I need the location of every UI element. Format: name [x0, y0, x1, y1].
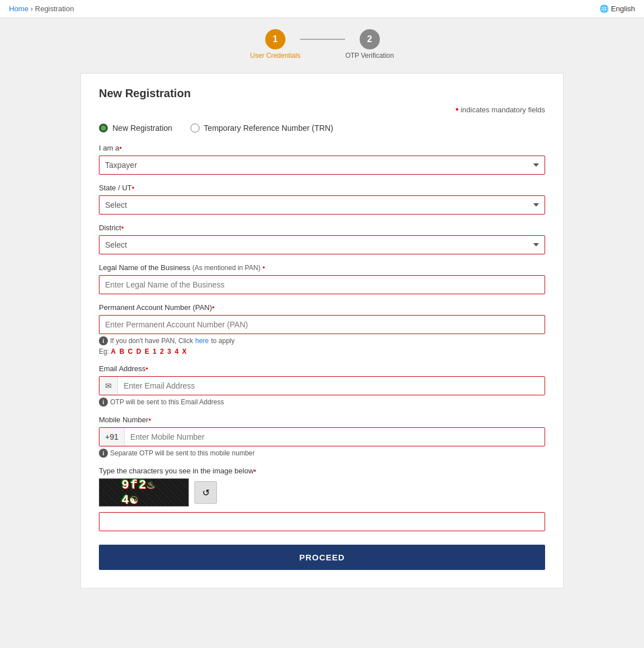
i-am-select[interactable]: Taxpayer — [99, 156, 545, 175]
step-1: 1 User Credentials — [250, 29, 300, 60]
mobile-required: • — [148, 416, 151, 424]
captcha-row: 9f2♨4☯ ↺ — [99, 478, 545, 506]
captcha-input[interactable] — [99, 512, 545, 531]
proceed-button[interactable]: PROCEED — [99, 545, 545, 570]
email-icon: ✉ — [99, 377, 118, 395]
pan-char-3: 3 — [167, 348, 171, 355]
email-required: • — [146, 364, 148, 373]
legal-name-label: Legal Name of the Business (As mentioned… — [99, 263, 545, 272]
breadcrumb-current: Registration — [35, 4, 74, 13]
language-label: English — [611, 4, 635, 13]
state-label: State / UT• — [99, 184, 545, 192]
i-am-label: I am a• — [99, 144, 545, 152]
radio-trn[interactable]: Temporary Reference Number (TRN) — [191, 124, 333, 133]
info-icon-email: i — [99, 398, 108, 407]
captcha-label: Type the characters you see in the image… — [99, 467, 545, 475]
i-am-group: I am a• Taxpayer — [99, 144, 545, 175]
email-label: Email Address• — [99, 364, 545, 373]
pan-char-c: C — [128, 348, 133, 355]
legal-name-required: • — [262, 263, 265, 272]
legal-name-group: Legal Name of the Business (As mentioned… — [99, 263, 545, 294]
breadcrumb: Home › Registration — [9, 4, 74, 13]
language-selector[interactable]: 🌐 English — [600, 4, 635, 13]
pan-char-e: E — [144, 348, 149, 355]
pan-char-d: D — [136, 348, 141, 355]
captcha-image: 9f2♨4☯ — [99, 478, 189, 506]
pan-char-a: A — [111, 348, 116, 355]
radio-new-registration[interactable]: New Registration — [99, 124, 173, 133]
i-am-required: • — [119, 144, 122, 152]
district-select[interactable]: Select — [99, 235, 545, 254]
state-select[interactable]: Select — [99, 195, 545, 215]
legal-name-sub: (As mentioned in PAN) — [192, 264, 260, 272]
captcha-required: • — [253, 467, 256, 475]
mandatory-note: • indicates mandatory fields — [99, 104, 545, 115]
district-label: District• — [99, 223, 545, 232]
pan-char-b: B — [119, 348, 124, 355]
mandatory-dot: • — [455, 104, 459, 114]
radio-group: New Registration Temporary Reference Num… — [99, 124, 545, 133]
step-2-circle: 2 — [360, 29, 380, 49]
step-connector — [300, 39, 345, 40]
district-required: • — [121, 223, 124, 232]
captcha-display-text: 9f2♨4☯ — [122, 478, 166, 506]
mobile-group: Mobile Number• +91 i Separate OTP will b… — [99, 416, 545, 458]
captcha-refresh-button[interactable]: ↺ — [194, 481, 217, 504]
district-group: District• Select — [99, 223, 545, 254]
radio-trn-input[interactable] — [191, 124, 199, 133]
info-icon-mobile: i — [99, 449, 108, 458]
breadcrumb-home[interactable]: Home — [9, 4, 29, 13]
pan-char-x: X — [182, 348, 187, 355]
mobile-label: Mobile Number• — [99, 416, 545, 424]
pan-example: Eg: A B C D E 1 2 3 4 X — [99, 348, 545, 355]
email-help: i OTP will be sent to this Email Address — [99, 398, 545, 407]
pan-char-4: 4 — [175, 348, 179, 355]
state-group: State / UT• Select — [99, 184, 545, 215]
stepper: 1 User Credentials 2 OTP Verification — [80, 29, 564, 60]
pan-help: i If you don't have PAN, Click here to a… — [99, 336, 545, 345]
pan-char-1: 1 — [153, 348, 157, 355]
refresh-icon: ↺ — [202, 487, 210, 498]
mobile-input-wrapper: +91 — [99, 427, 545, 446]
legal-name-input[interactable] — [99, 275, 545, 294]
radio-new-label: New Registration — [112, 124, 173, 133]
info-icon-pan: i — [99, 336, 108, 345]
email-group: Email Address• ✉ i OTP will be sent to t… — [99, 364, 545, 407]
form-container: New Registration • indicates mandatory f… — [80, 73, 564, 588]
form-title: New Registration — [99, 87, 545, 100]
pan-required: • — [212, 303, 215, 312]
radio-trn-label: Temporary Reference Number (TRN) — [204, 124, 333, 133]
mobile-prefix: +91 — [99, 428, 125, 446]
pan-help-link[interactable]: here — [195, 337, 208, 345]
state-required: • — [132, 184, 135, 192]
email-input[interactable] — [118, 377, 545, 395]
pan-label: Permanent Account Number (PAN)• — [99, 303, 545, 312]
pan-char-2: 2 — [160, 348, 164, 355]
step-1-label: User Credentials — [250, 52, 300, 60]
captcha-section: Type the characters you see in the image… — [99, 467, 545, 531]
pan-input[interactable] — [99, 315, 545, 334]
radio-new-input[interactable] — [99, 124, 108, 133]
top-bar: Home › Registration 🌐 English — [0, 0, 644, 18]
mobile-help: i Separate OTP will be sent to this mobi… — [99, 449, 545, 458]
main-content: 1 User Credentials 2 OTP Verification Ne… — [69, 18, 575, 600]
mobile-input[interactable] — [125, 428, 545, 446]
globe-icon: 🌐 — [600, 4, 609, 13]
email-input-wrapper: ✉ — [99, 376, 545, 395]
step-2-label: OTP Verification — [345, 52, 393, 60]
step-2: 2 OTP Verification — [345, 29, 393, 60]
step-1-circle: 1 — [265, 29, 285, 49]
pan-group: Permanent Account Number (PAN)• i If you… — [99, 303, 545, 355]
